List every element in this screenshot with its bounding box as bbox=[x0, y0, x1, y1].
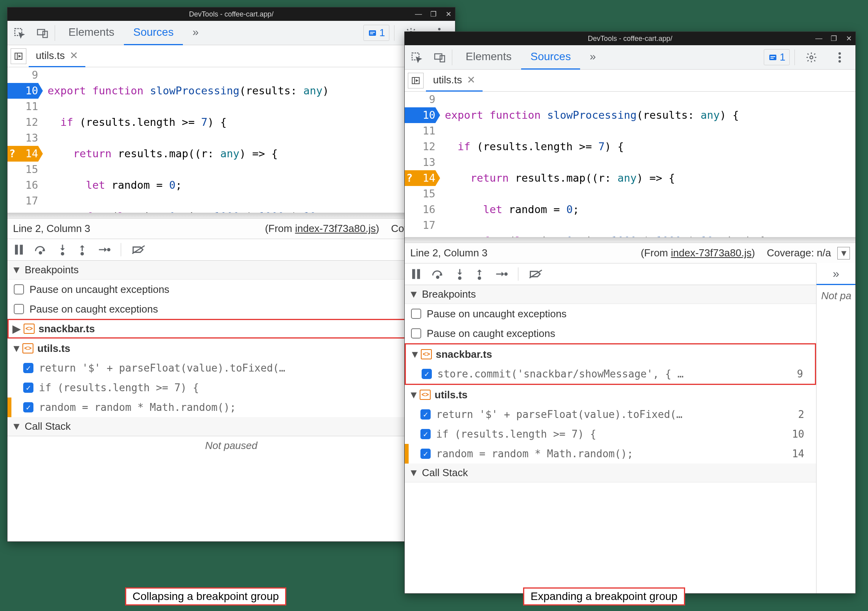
inspect-icon[interactable] bbox=[405, 52, 428, 63]
pause-icon[interactable] bbox=[411, 268, 421, 280]
step-into-icon[interactable] bbox=[455, 268, 464, 280]
close-window-button[interactable]: ✕ bbox=[844, 34, 853, 43]
pause-icon[interactable] bbox=[14, 244, 24, 256]
checkbox[interactable] bbox=[411, 328, 421, 339]
callstack-header[interactable]: ▼ Call Stack bbox=[7, 417, 455, 436]
svg-rect-20 bbox=[769, 55, 776, 60]
issues-badge[interactable]: 1 bbox=[363, 25, 389, 41]
close-icon[interactable]: ✕ bbox=[70, 50, 78, 62]
checkbox[interactable] bbox=[411, 309, 421, 319]
divider bbox=[518, 267, 518, 281]
issues-count: 1 bbox=[780, 51, 785, 63]
svg-rect-21 bbox=[770, 56, 775, 57]
pause-uncaught-row[interactable]: Pause on uncaught exceptions bbox=[7, 280, 455, 299]
minimize-button[interactable]: — bbox=[815, 34, 823, 43]
breakpoints-header[interactable]: ▼ Breakpoints bbox=[7, 261, 455, 280]
file-tab-utils[interactable]: utils.ts ✕ bbox=[426, 70, 483, 92]
breakpoint-row[interactable]: ✓ if (results.length >= 7) { 10 bbox=[405, 424, 816, 444]
svg-rect-12 bbox=[20, 245, 23, 255]
checkbox[interactable]: ✓ bbox=[420, 409, 431, 420]
breakpoints-header[interactable]: ▼ Breakpoints bbox=[405, 285, 816, 304]
breakpoint-row[interactable]: ✓ return '$' + parseFloat(value).toFixed… bbox=[405, 405, 816, 424]
close-icon[interactable]: ✕ bbox=[467, 74, 475, 86]
window-titlebar: DevTools - coffee-cart.app/ — ❐ ✕ bbox=[7, 7, 455, 21]
checkbox[interactable]: ✓ bbox=[23, 363, 33, 373]
svg-rect-22 bbox=[770, 58, 774, 59]
minimize-button[interactable]: — bbox=[414, 10, 423, 18]
step-icon[interactable] bbox=[97, 246, 111, 254]
maximize-button[interactable]: ❐ bbox=[429, 10, 438, 18]
inspect-icon[interactable] bbox=[7, 27, 31, 39]
breakpoint-group-snackbar-expanded: ▼ <> snackbar.ts ✓ store.commit('snackba… bbox=[405, 343, 816, 385]
checkbox[interactable] bbox=[14, 284, 24, 294]
breakpoint-row[interactable]: ✓ random = random * Math.random(); 14 bbox=[7, 398, 455, 417]
tab-sources[interactable]: Sources bbox=[521, 45, 581, 70]
step-out-icon[interactable] bbox=[77, 244, 87, 256]
svg-point-24 bbox=[839, 52, 841, 54]
kebab-icon[interactable] bbox=[828, 52, 851, 63]
chevron-down-icon: ▼ bbox=[409, 288, 419, 300]
breakpoint-row[interactable]: ✓ store.commit('snackbar/showMessage', {… bbox=[406, 364, 815, 384]
code-content[interactable]: export function slowProcessing(results: … bbox=[43, 67, 329, 213]
breakpoint-row[interactable]: ✓ if (results.length >= 7) { 10 bbox=[7, 378, 455, 398]
file-tab-utils[interactable]: utils.ts ✕ bbox=[29, 45, 85, 67]
horizontal-scrollbar[interactable] bbox=[7, 213, 455, 218]
breakpoint-group-utils[interactable]: ▼ <> utils.ts bbox=[7, 339, 455, 358]
tab-overflow[interactable]: » bbox=[183, 21, 208, 45]
tab-elements[interactable]: Elements bbox=[456, 45, 521, 70]
checkbox[interactable]: ✓ bbox=[23, 383, 33, 393]
chevron-down-icon: ▼ bbox=[11, 420, 22, 432]
device-toggle-icon[interactable] bbox=[428, 52, 452, 63]
breakpoint-row[interactable]: ✓ random = random * Math.random(); 14 bbox=[405, 444, 816, 464]
tab-sources[interactable]: Sources bbox=[124, 21, 183, 45]
step-into-icon[interactable] bbox=[58, 244, 67, 256]
close-window-button[interactable]: ✕ bbox=[444, 10, 453, 18]
horizontal-scrollbar[interactable] bbox=[405, 237, 855, 243]
code-editor[interactable]: 9 10 11 12 13 14 15 16 17 export functio… bbox=[7, 67, 455, 213]
checkbox[interactable]: ✓ bbox=[23, 402, 33, 412]
gutter[interactable]: 9 10 11 12 13 14 15 16 17 bbox=[7, 67, 43, 213]
checkbox[interactable] bbox=[14, 304, 24, 314]
issues-badge[interactable]: 1 bbox=[764, 49, 790, 65]
pause-caught-row[interactable]: Pause on caught exceptions bbox=[7, 299, 455, 319]
navigator-toggle-icon[interactable] bbox=[408, 73, 424, 88]
divider bbox=[55, 25, 55, 41]
debugger-toolbar bbox=[405, 263, 816, 285]
step-over-icon[interactable] bbox=[431, 269, 445, 279]
sourcemap-link[interactable]: index-73f73a80.js bbox=[671, 247, 752, 259]
tab-overflow[interactable]: » bbox=[580, 45, 605, 70]
checkbox[interactable]: ✓ bbox=[422, 369, 432, 379]
pause-caught-row[interactable]: Pause on caught exceptions bbox=[405, 324, 816, 343]
code-editor[interactable]: 9 10 11 12 13 14 15 16 17 export functio… bbox=[405, 92, 855, 237]
maximize-button[interactable]: ❐ bbox=[829, 34, 838, 43]
coverage-label: Coverage: n/a bbox=[767, 247, 831, 259]
breakpoint-group-snackbar[interactable]: ▼ <> snackbar.ts bbox=[406, 344, 815, 364]
device-toggle-icon[interactable] bbox=[31, 27, 55, 39]
deactivate-breakpoints-icon[interactable] bbox=[529, 269, 543, 279]
navigator-toggle-icon[interactable] bbox=[11, 48, 26, 64]
step-icon[interactable] bbox=[494, 270, 508, 278]
overflow-tabs-icon[interactable]: » bbox=[816, 263, 855, 285]
coverage-dropdown-icon[interactable]: ▾ bbox=[837, 247, 850, 259]
breakpoint-group-snackbar[interactable]: ▶ <> snackbar.ts bbox=[7, 319, 455, 339]
sourcemap-link[interactable]: index-73f73a80.js bbox=[295, 223, 376, 234]
tab-elements[interactable]: Elements bbox=[59, 21, 124, 45]
chevron-right-icon: ▶ bbox=[13, 323, 20, 335]
gutter[interactable]: 9 10 11 12 13 14 15 16 17 bbox=[405, 92, 440, 237]
issues-count: 1 bbox=[380, 27, 385, 39]
pause-uncaught-row[interactable]: Pause on uncaught exceptions bbox=[405, 304, 816, 324]
ts-file-icon: <> bbox=[22, 343, 33, 353]
checkbox[interactable]: ✓ bbox=[420, 429, 431, 439]
callstack-header[interactable]: ▼ Call Stack bbox=[405, 464, 816, 482]
code-content[interactable]: export function slowProcessing(results: … bbox=[440, 92, 765, 237]
gear-icon[interactable] bbox=[800, 52, 823, 63]
checkbox[interactable]: ✓ bbox=[420, 449, 431, 459]
breakpoint-row[interactable]: ✓ return '$' + parseFloat(value).toFixed… bbox=[7, 358, 455, 378]
file-tab-label: utils.ts bbox=[433, 74, 462, 86]
step-out-icon[interactable] bbox=[475, 268, 484, 280]
step-over-icon[interactable] bbox=[34, 245, 48, 255]
divider bbox=[452, 50, 452, 65]
breakpoint-group-utils[interactable]: ▼ <> utils.ts bbox=[405, 385, 816, 405]
chevron-down-icon: ▼ bbox=[410, 348, 417, 361]
deactivate-breakpoints-icon[interactable] bbox=[131, 245, 146, 255]
